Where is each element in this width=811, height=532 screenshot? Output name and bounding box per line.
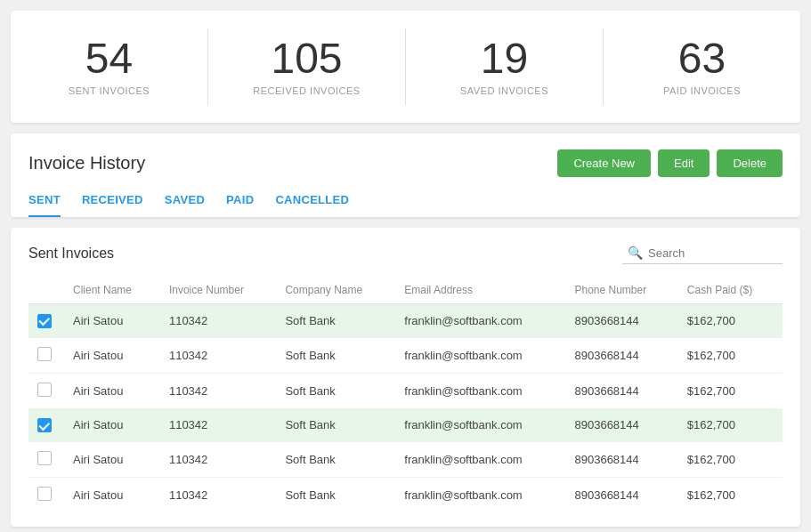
cash-paid: $162,700	[678, 373, 783, 408]
tab-paid[interactable]: PAID	[226, 193, 254, 217]
stat-item-sent-invoices: 54 SENT INVOICES	[11, 28, 208, 105]
table-row: Airi Satou110342Soft Bankfranklin@softba…	[28, 442, 783, 478]
table-row: Airi Satou110342Soft Bankfranklin@softba…	[28, 337, 783, 373]
delete-button[interactable]: Delete	[717, 149, 783, 177]
invoice-number: 110342	[160, 442, 277, 478]
checkbox[interactable]	[37, 347, 52, 361]
stat-item-received-invoices: 105 RECEIVED INVOICES	[208, 28, 406, 105]
company-name: Soft Bank	[276, 408, 395, 442]
col-header-4: Email Address	[395, 277, 565, 304]
invoice-number: 110342	[160, 304, 277, 338]
company-name: Soft Bank	[276, 478, 395, 513]
tab-bar: SENTRECEIVEDSAVEDPAIDCANCELLED	[28, 193, 783, 217]
col-header-2: Invoice Number	[160, 277, 277, 304]
client-name: Airi Satou	[64, 442, 160, 478]
history-header: Invoice History Create NewEditDelete	[28, 149, 783, 177]
invoice-number: 110342	[160, 478, 277, 513]
cash-paid: $162,700	[678, 337, 783, 373]
create-new-button[interactable]: Create New	[557, 149, 651, 177]
search-box[interactable]: 🔍	[622, 242, 783, 264]
client-name: Airi Satou	[64, 304, 160, 338]
tab-cancelled[interactable]: CANCELLED	[275, 193, 349, 217]
row-checkbox-cell	[28, 478, 64, 513]
client-name: Airi Satou	[64, 337, 160, 373]
invoice-number: 110342	[160, 373, 277, 408]
phone: 8903668144	[565, 442, 677, 478]
email: franklin@softbank.com	[395, 478, 565, 513]
stat-label: SAVED INVOICES	[406, 85, 603, 96]
row-checkbox-cell	[28, 442, 64, 478]
action-buttons: Create NewEditDelete	[557, 149, 783, 177]
search-input[interactable]	[648, 246, 777, 260]
phone: 8903668144	[565, 373, 677, 408]
client-name: Airi Satou	[64, 373, 160, 408]
column-header-row: Client NameInvoice NumberCompany NameEma…	[28, 277, 783, 304]
stat-label: SENT INVOICES	[11, 85, 207, 96]
email: franklin@softbank.com	[395, 442, 565, 478]
cash-paid: $162,700	[678, 304, 783, 338]
email: franklin@softbank.com	[395, 408, 565, 442]
col-header-6: Cash Paid ($)	[678, 277, 783, 304]
company-name: Soft Bank	[276, 442, 395, 478]
company-name: Soft Bank	[276, 304, 395, 338]
cash-paid: $162,700	[678, 478, 783, 513]
history-title: Invoice History	[28, 153, 145, 173]
table-row: Airi Satou110342Soft Bankfranklin@softba…	[28, 373, 783, 408]
table-section-title: Sent Invoices	[28, 246, 114, 262]
edit-button[interactable]: Edit	[658, 149, 710, 177]
email: franklin@softbank.com	[395, 304, 565, 338]
row-checkbox-cell	[28, 337, 64, 373]
col-header-5: Phone Number	[565, 277, 677, 304]
phone: 8903668144	[565, 478, 677, 513]
checkbox[interactable]	[37, 487, 52, 501]
stats-panel: 54 SENT INVOICES 105 RECEIVED INVOICES 1…	[11, 11, 800, 123]
stat-number: 63	[604, 37, 800, 80]
stat-number: 19	[406, 37, 603, 80]
client-name: Airi Satou	[64, 478, 160, 513]
table-row: Airi Satou110342Soft Bankfranklin@softba…	[28, 304, 783, 338]
stat-number: 54	[11, 37, 207, 80]
stat-label: PAID INVOICES	[604, 85, 800, 96]
row-checkbox-cell	[28, 408, 64, 442]
table-row: Airi Satou110342Soft Bankfranklin@softba…	[28, 408, 783, 442]
cash-paid: $162,700	[678, 408, 783, 442]
col-header-1: Client Name	[64, 277, 160, 304]
col-header-3: Company Name	[276, 277, 395, 304]
checkbox[interactable]	[37, 383, 52, 397]
company-name: Soft Bank	[276, 337, 395, 373]
checkbox[interactable]	[37, 451, 52, 465]
checkbox[interactable]	[37, 418, 52, 432]
tab-saved[interactable]: SAVED	[165, 193, 205, 217]
phone: 8903668144	[565, 408, 677, 442]
stat-item-paid-invoices: 63 PAID INVOICES	[604, 28, 800, 105]
row-checkbox-cell	[28, 373, 64, 408]
table-row: Airi Satou110342Soft Bankfranklin@softba…	[28, 478, 783, 513]
company-name: Soft Bank	[276, 373, 395, 408]
tab-sent[interactable]: SENT	[28, 193, 61, 217]
search-icon: 🔍	[628, 246, 643, 260]
col-header-0	[28, 277, 64, 304]
invoices-table-section: Sent Invoices 🔍 Client NameInvoice Numbe…	[11, 228, 800, 527]
stat-number: 105	[208, 37, 405, 80]
cash-paid: $162,700	[678, 442, 783, 478]
stat-label: RECEIVED INVOICES	[208, 85, 405, 96]
row-checkbox-cell	[28, 304, 64, 338]
invoice-history-section: Invoice History Create NewEditDelete SEN…	[11, 133, 800, 217]
phone: 8903668144	[565, 304, 677, 338]
invoice-number: 110342	[160, 337, 277, 373]
stat-item-saved-invoices: 19 SAVED INVOICES	[406, 28, 604, 105]
checkbox[interactable]	[37, 314, 52, 328]
invoices-table: Client NameInvoice NumberCompany NameEma…	[28, 277, 783, 512]
table-body: Airi Satou110342Soft Bankfranklin@softba…	[28, 304, 783, 513]
email: franklin@softbank.com	[395, 337, 565, 373]
client-name: Airi Satou	[64, 408, 160, 442]
email: franklin@softbank.com	[395, 373, 565, 408]
phone: 8903668144	[565, 337, 677, 373]
table-head: Client NameInvoice NumberCompany NameEma…	[28, 277, 783, 304]
tab-received[interactable]: RECEIVED	[82, 193, 143, 217]
table-header-row: Sent Invoices 🔍	[28, 242, 783, 264]
invoice-number: 110342	[160, 408, 277, 442]
